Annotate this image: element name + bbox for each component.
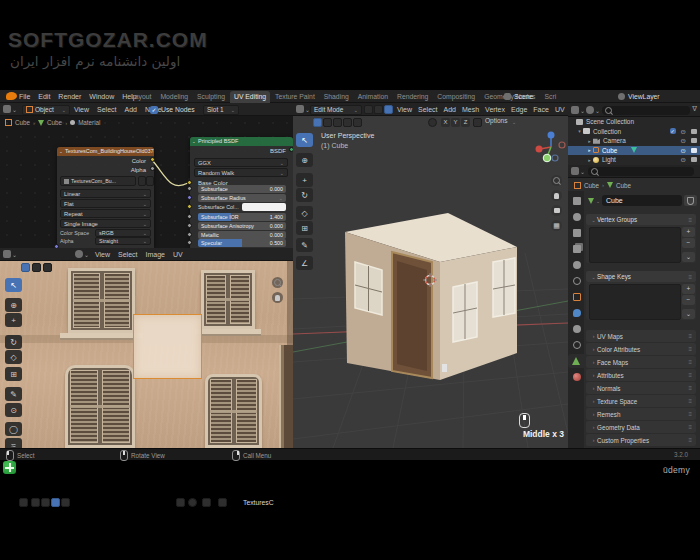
vp-shading-rendered-icon[interactable] bbox=[343, 118, 352, 127]
workspace-tab-layout[interactable]: Layout bbox=[127, 91, 155, 103]
uv-canvas[interactable]: ↖ ⊕ + ↻ ◇ ⊞ ✎ ⊙ ◯ ≈ bbox=[0, 261, 294, 448]
expand-icon[interactable]: ▸ bbox=[586, 138, 593, 144]
tab-tool[interactable] bbox=[570, 194, 583, 208]
tool-cursor[interactable]: ⊕ bbox=[296, 153, 313, 167]
vp-menu-add[interactable]: Add bbox=[444, 103, 456, 116]
vp-menu-vertex[interactable]: Vertex bbox=[485, 103, 505, 116]
viewport-3d[interactable]: ⌄ Edit Mode⌄ View Select Add Mesh Vertex… bbox=[293, 103, 569, 448]
colorspace-dropdown[interactable]: sRGB⌄ bbox=[95, 229, 151, 237]
workspace-tab-scripting[interactable]: Scri bbox=[541, 91, 561, 103]
panel-geometry-data[interactable]: ›Geometry Data≡ bbox=[586, 421, 696, 433]
uv-proportional-icon[interactable] bbox=[188, 498, 197, 507]
vp-snap-magnet-icon[interactable] bbox=[473, 118, 482, 127]
tool-move[interactable]: + bbox=[296, 173, 313, 187]
uv-tool-grab[interactable]: ⊙ bbox=[5, 403, 22, 417]
tab-particles[interactable] bbox=[570, 322, 583, 336]
outliner-row-cube-selected[interactable]: ▸ Cube ⊙ bbox=[568, 146, 700, 156]
socket-color-out[interactable] bbox=[150, 157, 155, 162]
uvmode-face-button[interactable] bbox=[43, 263, 52, 272]
specular-slider[interactable]: Specular0.500 bbox=[198, 239, 286, 247]
uv-menu-view[interactable]: View bbox=[95, 248, 110, 261]
panel-remesh[interactable]: ›Remesh≡ bbox=[586, 408, 696, 420]
tab-object-data[interactable] bbox=[568, 354, 584, 368]
vgroup-remove-button[interactable]: − bbox=[682, 238, 695, 248]
workspace-tab-uv-editing[interactable]: UV Editing bbox=[230, 91, 270, 103]
socket-alpha-out[interactable] bbox=[150, 166, 155, 171]
subsurface-ior-slider[interactable]: Subsurface IOR1.400 bbox=[198, 213, 286, 221]
panel-face-maps[interactable]: ›Face Maps≡ bbox=[586, 356, 696, 368]
scene-icon[interactable] bbox=[504, 93, 511, 100]
editor-type-3d-icon[interactable]: ⌄ bbox=[296, 105, 310, 113]
uvmode-edge-button[interactable] bbox=[32, 263, 41, 272]
panel-attributes[interactable]: ›Attributes≡ bbox=[586, 369, 696, 381]
uv-zoom-icon[interactable] bbox=[272, 277, 283, 288]
tool-annotate[interactable]: ✎ bbox=[296, 238, 313, 252]
workspace-tab-compositing[interactable]: Compositing bbox=[433, 91, 479, 103]
image-unlink-button[interactable] bbox=[146, 176, 154, 186]
slot-dropdown[interactable]: Slot 1⌄ bbox=[203, 105, 239, 115]
tab-object[interactable] bbox=[570, 290, 583, 304]
panel-texture-space[interactable]: ›Texture Space≡ bbox=[586, 395, 696, 407]
shapekey-specials-button[interactable]: ⌄ bbox=[682, 309, 695, 319]
uv-select-island-icon[interactable] bbox=[61, 498, 70, 507]
scene-name[interactable]: Scene bbox=[514, 93, 533, 100]
vp-menu-view[interactable]: View bbox=[397, 103, 412, 116]
uv-tool-pinch[interactable]: ≈ bbox=[5, 438, 22, 448]
metallic-slider[interactable]: Metallic0.000 bbox=[198, 231, 286, 239]
principled-bsdf-node[interactable]: Principled BSDF BSDF GGX⌄ Random Walk⌄ B… bbox=[190, 137, 293, 248]
interpolation-dropdown[interactable]: Linear⌄ bbox=[60, 189, 151, 198]
vp-shading-solid-icon[interactable] bbox=[323, 118, 332, 127]
outliner-row-collection[interactable]: ▾ Collection ✓ ⊙ bbox=[568, 127, 700, 137]
uv-tool-scale[interactable]: ◇ bbox=[5, 350, 22, 364]
vp-menu-mesh[interactable]: Mesh bbox=[462, 103, 479, 116]
options-dropdown[interactable]: Options bbox=[485, 117, 507, 124]
uv-overlays-icon[interactable] bbox=[202, 498, 211, 507]
collection-checkbox[interactable]: ✓ bbox=[670, 128, 676, 134]
panel-vertex-groups[interactable]: ⌄ Vertex Groups≡ bbox=[586, 214, 696, 225]
eye-icon[interactable]: ⊙ bbox=[681, 146, 686, 155]
uv-tool-cursor[interactable]: ⊕ bbox=[5, 298, 22, 312]
selected-uv-island[interactable] bbox=[133, 314, 202, 379]
vp-overlay-icon[interactable] bbox=[353, 118, 362, 127]
uv-pan-hand-icon[interactable] bbox=[272, 292, 283, 303]
vp-zoom-icon[interactable] bbox=[551, 175, 562, 186]
node-menu-add[interactable]: Add bbox=[125, 103, 137, 116]
mirror-y-button[interactable]: Y bbox=[451, 118, 460, 127]
outliner-filter-icon[interactable]: ⌄ bbox=[586, 106, 600, 114]
expand-icon[interactable]: ▸ bbox=[586, 157, 593, 163]
uv-image-name[interactable]: TexturesC bbox=[243, 496, 274, 509]
socket-subsurface-in[interactable] bbox=[187, 186, 192, 191]
panel-shape-keys[interactable]: ⌄ Shape Keys≡ bbox=[586, 271, 696, 282]
uv-select-face-icon[interactable] bbox=[51, 498, 60, 507]
shapekey-add-button[interactable]: + bbox=[682, 284, 695, 294]
collapse-icon[interactable]: ▾ bbox=[576, 128, 583, 134]
extension-dropdown[interactable]: Repeat⌄ bbox=[60, 209, 151, 218]
outliner-funnel-icon[interactable]: ∇ bbox=[692, 105, 697, 113]
vp-proportional-icon[interactable] bbox=[428, 118, 437, 127]
outliner-search-input[interactable] bbox=[602, 106, 690, 115]
vp-shading-material-icon[interactable] bbox=[333, 118, 342, 127]
tool-transform[interactable]: ⊞ bbox=[296, 221, 313, 235]
shape-keys-list[interactable] bbox=[589, 284, 681, 320]
select-mode-vertex-icon[interactable] bbox=[364, 105, 373, 114]
uvmode-vertex-button[interactable] bbox=[21, 263, 30, 272]
select-mode-edge-icon[interactable] bbox=[374, 105, 383, 114]
tool-rotate[interactable]: ↻ bbox=[296, 188, 313, 202]
vp-menu-select[interactable]: Select bbox=[418, 103, 437, 116]
uv-pivot-icon[interactable]: ⌄ bbox=[75, 250, 89, 258]
tab-modifiers[interactable] bbox=[570, 306, 583, 320]
uv-tool-relax[interactable]: ◯ bbox=[5, 422, 22, 436]
socket-metallic-in[interactable] bbox=[187, 232, 192, 237]
eye-icon[interactable]: ⊙ bbox=[681, 155, 686, 164]
vgroup-add-button[interactable]: + bbox=[682, 227, 695, 237]
uv-image-browse-icon[interactable] bbox=[218, 498, 227, 507]
navigation-gizmo[interactable] bbox=[533, 129, 569, 165]
uv-snap-icon[interactable] bbox=[176, 498, 185, 507]
subsurface-radius-dropdown[interactable]: Subsurface Radius⌄ bbox=[198, 194, 286, 202]
vp-ortho-toggle-icon[interactable]: ▦ bbox=[551, 220, 562, 231]
uv-menu-select[interactable]: Select bbox=[118, 248, 137, 261]
camera-toggle-icon[interactable] bbox=[691, 148, 697, 153]
vp-menu-uv[interactable]: UV bbox=[555, 103, 565, 116]
vertex-groups-list[interactable] bbox=[589, 227, 681, 263]
node-menu-select[interactable]: Select bbox=[97, 103, 116, 116]
